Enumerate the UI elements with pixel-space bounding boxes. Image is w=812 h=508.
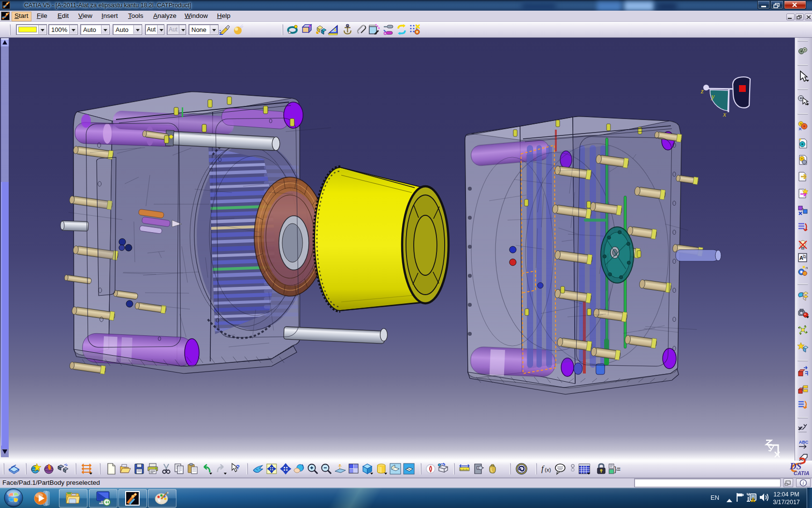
svg-text:(x): (x): [545, 467, 551, 473]
svg-text:?: ?: [236, 463, 240, 471]
svg-text:n: n: [806, 266, 808, 270]
svg-text:5: 5: [804, 254, 806, 258]
svg-text:y: y: [710, 92, 715, 100]
svg-text:1: 1: [334, 27, 336, 32]
svg-text:x: x: [723, 110, 726, 118]
svg-text:DS: DS: [789, 461, 801, 471]
svg-text:z: z: [700, 87, 704, 95]
svg-text:ABC: ABC: [799, 440, 809, 445]
svg-text:i: i: [803, 480, 804, 486]
svg-text:f: f: [541, 464, 545, 473]
svg-text:CATIA: CATIA: [794, 470, 810, 476]
svg-text:A: A: [799, 255, 803, 261]
svg-text:}=: }=: [614, 465, 621, 473]
